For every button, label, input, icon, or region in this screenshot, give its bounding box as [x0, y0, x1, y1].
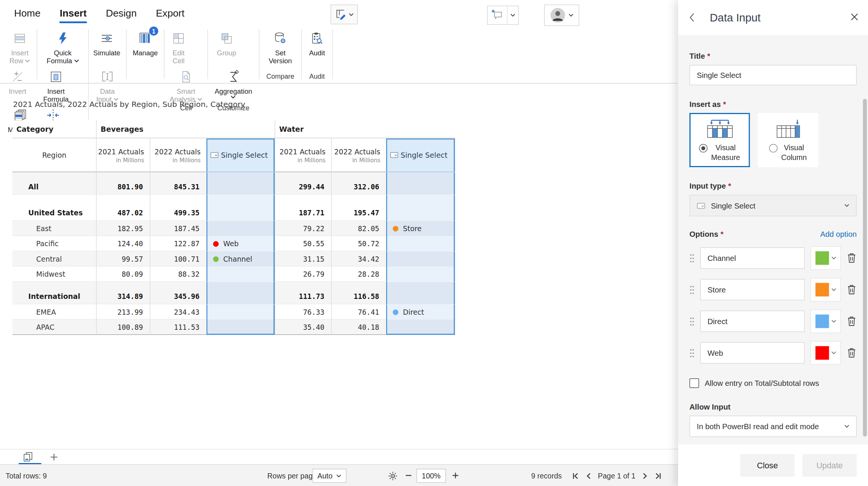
quick-formula-button[interactable]: QuickFormula [38, 27, 88, 66]
insert-row-button[interactable]: InsertRow [5, 27, 35, 66]
last-page-icon[interactable] [654, 472, 662, 480]
single-select-cell[interactable]: Direct [386, 305, 455, 320]
single-select-cell[interactable] [386, 195, 455, 221]
delete-option-icon[interactable] [847, 347, 857, 359]
invert-button[interactable]: Invert [5, 66, 31, 104]
insert-as-visual-column[interactable]: VisualColumn [758, 113, 819, 167]
account-button[interactable] [544, 5, 579, 26]
sheet-tab[interactable] [23, 452, 34, 463]
single-select-cell[interactable]: Channel [206, 251, 275, 267]
data-input-button[interactable]: DataInput [89, 66, 125, 104]
selected-option-label: Store [403, 224, 422, 233]
tab-export[interactable]: Export [155, 7, 185, 19]
drag-handle-icon[interactable] [689, 348, 695, 358]
value-cell: 499.35 [150, 195, 206, 221]
color-swatch [815, 346, 829, 360]
notification-badge: 1 [149, 27, 158, 36]
tab-insert[interactable]: Insert [59, 7, 87, 19]
close-button[interactable]: Close [740, 454, 795, 477]
single-select-cell[interactable] [386, 236, 455, 251]
radio-selected[interactable] [699, 144, 708, 153]
insert-as-visual-measure[interactable]: VisualMeasure [689, 113, 750, 167]
single-select-cell[interactable] [386, 172, 455, 195]
single-select-cell[interactable]: Web [206, 236, 275, 251]
simulate-button[interactable]: Simulate [89, 27, 124, 66]
option-name-input[interactable]: Web [700, 342, 805, 364]
visual-measure-icon [702, 118, 737, 141]
radio-unselected[interactable] [769, 144, 778, 153]
drag-handle-icon[interactable] [689, 285, 695, 295]
single-select-cell[interactable] [206, 172, 275, 195]
drag-handle-icon[interactable] [689, 317, 695, 326]
audit-button[interactable]: Audit [303, 27, 332, 66]
gear-icon[interactable] [388, 471, 398, 481]
single-select-cell[interactable] [386, 267, 455, 282]
single-select-cell[interactable]: Store [386, 221, 455, 236]
set-version-button[interactable]: SetVersion [260, 27, 301, 66]
select-column-header[interactable]: Single Select [386, 139, 455, 172]
close-panel-button[interactable] [850, 12, 859, 21]
chevron-down-icon [349, 13, 354, 16]
allow-input-dropdown[interactable]: In both PowerBI read and edit mode [689, 416, 857, 437]
single-select-cell[interactable] [206, 267, 275, 282]
group-button[interactable]: Group [209, 27, 245, 66]
title-input[interactable]: Single Select [689, 65, 857, 85]
delete-option-icon[interactable] [847, 284, 857, 296]
next-page-icon[interactable] [640, 472, 648, 480]
rows-per-page-dropdown[interactable]: Auto [313, 469, 347, 483]
single-select-cell[interactable] [206, 282, 275, 305]
first-page-icon[interactable] [572, 472, 580, 480]
value-cell: 345.96 [150, 282, 206, 305]
single-select-cell[interactable] [386, 251, 455, 267]
value-cell: 40.18 [331, 320, 386, 335]
zoom-level-box[interactable]: 100% [417, 469, 446, 483]
back-button[interactable] [688, 12, 695, 23]
update-button[interactable]: Update [802, 454, 857, 477]
chevron-down-icon[interactable] [507, 6, 518, 24]
selected-option-label: Web [223, 239, 239, 248]
single-select-cell[interactable] [206, 195, 275, 221]
aggregation-button[interactable]: Aggregation [209, 66, 258, 104]
delete-option-icon[interactable] [847, 316, 857, 327]
option-name-input[interactable]: Channel [700, 247, 805, 269]
zoom-out-button[interactable] [405, 472, 413, 480]
option-name-input[interactable]: Store [700, 279, 805, 300]
input-type-dropdown[interactable]: Single Select [689, 195, 857, 216]
single-select-cell[interactable] [206, 221, 275, 236]
panel-scrollbar[interactable] [863, 99, 867, 437]
single-select-cell[interactable] [386, 320, 455, 335]
insert-as-label: Insert as* [689, 100, 857, 109]
select-column-header[interactable]: Single Select [206, 139, 275, 172]
insert-formula-button[interactable]: InsertFormula [38, 66, 74, 104]
option-color-picker[interactable] [810, 309, 841, 333]
add-comment-icon [488, 6, 507, 24]
title-field-label: Title* [689, 52, 857, 61]
option-color-picker[interactable] [810, 341, 841, 365]
single-select-cell[interactable] [386, 282, 455, 305]
edit-cell-button[interactable]: EditCell [165, 27, 192, 66]
option-name-input[interactable]: Direct [700, 311, 805, 332]
add-comment-split-button[interactable] [487, 6, 519, 25]
allow-total-checkbox[interactable] [689, 378, 699, 388]
chevron-down-icon [74, 59, 79, 63]
option-color-picker[interactable] [810, 246, 841, 270]
delete-option-icon[interactable] [847, 253, 857, 264]
add-sheet-button[interactable] [50, 453, 58, 462]
button-label: Simulate [93, 49, 121, 66]
zoom-in-button[interactable] [452, 472, 460, 480]
card-label: VisualMeasure [711, 143, 740, 162]
row-label: Pacific [12, 236, 96, 251]
smart-analysis-button[interactable]: SmartAnalysis [165, 66, 207, 104]
option-color-picker[interactable] [810, 278, 841, 302]
drag-handle-icon[interactable] [689, 253, 695, 263]
single-select-cell[interactable] [206, 320, 275, 335]
tab-design[interactable]: Design [105, 7, 138, 19]
value-cell: 76.41 [331, 305, 386, 320]
tab-home[interactable]: Home [14, 7, 41, 19]
add-option-link[interactable]: Add option [820, 230, 857, 239]
edit-mode-button[interactable] [331, 5, 358, 24]
manage-columns-button[interactable]: 1Manage [127, 27, 164, 66]
previous-page-icon[interactable] [585, 472, 593, 480]
single-select-cell[interactable] [206, 305, 275, 320]
allow-total-row: Allow entry on Total/Subtotal rows [689, 378, 857, 388]
